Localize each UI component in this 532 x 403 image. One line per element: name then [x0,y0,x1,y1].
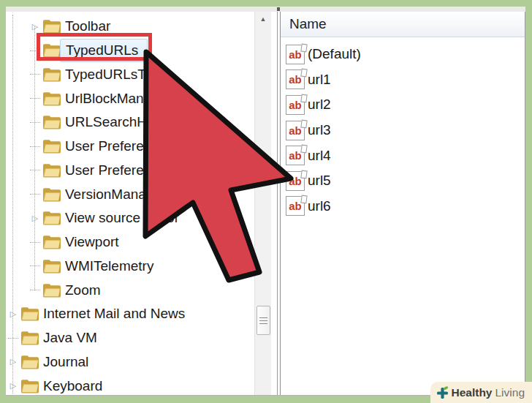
scroll-up-button[interactable]: ▲ [255,12,271,26]
expander-slot [29,110,41,135]
tree-item[interactable]: User Preferences [6,135,254,159]
thumb-grip-icon [259,317,267,318]
watermark-regular-text: Living [495,386,525,399]
tree-item[interactable]: ▷ View source editor [6,206,254,230]
folder-icon [42,115,61,129]
scroll-up-icon: ▲ [260,15,267,23]
string-value-icon: ab [286,171,305,191]
folder-icon [42,259,61,274]
tree-item-label: Java VM [43,330,97,346]
expander-slot [29,159,41,183]
registry-tree: ▷ Toolbar TypedURLs [6,15,254,395]
tree-item[interactable]: User Preferences [6,159,254,183]
expander-icon: ▷ [10,310,16,318]
expander-slot [29,86,41,110]
watermark-badge: Healthy Living [430,382,532,403]
registry-value-row[interactable]: ab url2 [281,92,525,118]
tree-item-label: Journal [43,354,88,370]
expander-slot[interactable]: ▷ [7,350,19,374]
string-value-icon: ab [286,95,305,115]
expander-slot[interactable]: ▷ [29,15,41,39]
tree-item-label: User Preferences [65,162,173,178]
expander-slot [29,135,41,159]
registry-value-row[interactable]: ab url3 [281,118,525,143]
value-name: url4 [308,148,331,164]
tree-item[interactable]: ▷ Internet Mail and News [6,302,254,326]
thumb-grip-icon [259,323,267,324]
value-name: url6 [308,198,331,214]
expander-slot [7,326,19,350]
value-name: url5 [308,173,331,189]
tree-item-label: User Preferences [65,138,173,154]
string-value-icon: ab [286,121,305,140]
folder-icon [20,306,39,321]
registry-value-row[interactable]: ab url4 [281,143,525,168]
string-value-icon: ab [286,45,305,64]
expander-icon: ▷ [32,214,38,222]
tree-item-label: Viewport [65,234,119,250]
tree-item[interactable]: ▷ Toolbar [6,15,254,39]
tree-item-label: Internet Mail and News [43,306,185,322]
tree-item-label: Zoom [65,282,101,298]
tree-item-label: UrlBlockManager [65,91,172,107]
tree-item[interactable]: URLSearchHooks [6,110,254,135]
tree-item[interactable]: UrlBlockManager [6,86,254,110]
tree-item-label: WMITelemetry [65,258,153,274]
expander-icon: ▷ [32,23,38,31]
splitter-handle[interactable] [277,7,280,11]
tree-item[interactable]: Viewport [6,230,254,255]
value-list: ab (Default) ab url1 ab url2 ab url3 ab … [281,37,525,219]
expander-slot [29,255,41,279]
registry-value-row[interactable]: ab (Default) [281,42,525,67]
tree-scrollbar[interactable]: ▲ [254,12,271,395]
tree-item[interactable]: ▷ Keyboard [6,374,254,395]
registry-value-row[interactable]: ab url1 [281,67,525,93]
folder-icon [42,163,61,178]
column-header-label: Name [289,16,327,32]
value-name: url2 [308,97,331,113]
folder-icon [20,379,39,393]
folder-icon [42,19,61,34]
expander-slot [29,230,41,255]
tree-item[interactable]: TypedURLs [6,39,254,63]
value-name: url3 [308,122,331,138]
panels-container: ▷ Toolbar TypedURLs [6,12,525,396]
folder-icon [20,331,39,345]
tree-item[interactable]: WMITelemetry [6,255,254,279]
value-name: (Default) [308,46,361,62]
tree-item-label: TypedURLsTime [65,67,168,83]
expander-slot[interactable]: ▷ [7,302,19,326]
tree-item-label: VersionManager [65,187,166,203]
registry-value-row[interactable]: ab url5 [281,168,525,194]
folder-icon [42,139,61,154]
folder-icon [42,187,61,202]
folder-icon [42,67,61,82]
expander-slot[interactable]: ▷ [7,374,19,395]
folder-icon [42,211,61,225]
tree-item[interactable]: ▷ Journal [6,350,254,374]
tree-item-label: URLSearchHooks [65,114,176,130]
folder-icon [42,43,61,58]
watermark-bold-text: Healthy [452,386,493,399]
folder-icon [42,91,61,106]
tree-item[interactable]: TypedURLsTime [6,63,254,87]
name-column-header[interactable]: Name [281,12,525,37]
scrollbar-thumb[interactable] [256,306,270,335]
folder-icon [42,283,61,298]
tree-item[interactable]: VersionManager [6,182,254,206]
tree-item-label: View source editor [65,210,179,226]
tree-item[interactable]: Zoom [6,278,254,302]
values-panel: Name ab (Default) ab url1 ab url2 ab url… [281,12,525,395]
tree-item[interactable]: Java VM [6,326,254,350]
registry-value-row[interactable]: ab url6 [281,194,525,219]
plus-leaf-icon [436,386,449,399]
expander-slot [29,182,41,206]
expander-icon: ▷ [10,358,16,366]
panel-divider [277,12,278,395]
expander-slot [29,278,41,302]
expander-slot[interactable]: ▷ [29,206,41,230]
string-value-icon: ab [286,69,305,89]
string-value-icon: ab [286,196,305,216]
folder-icon [20,355,39,369]
folder-icon [42,235,61,249]
